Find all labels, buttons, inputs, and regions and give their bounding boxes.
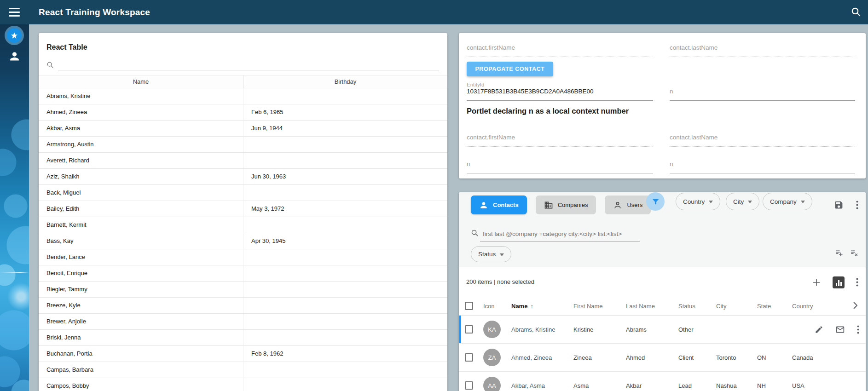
table-row: Biegler, Tammy	[39, 282, 447, 298]
n-input-right[interactable]: n	[670, 160, 855, 173]
table-row: Buchanan, Portia Feb 8, 1962	[39, 346, 447, 362]
table-row: Barnett, Kermit	[39, 217, 447, 233]
avatar: ZA	[483, 349, 501, 366]
select-all-checkbox[interactable]	[465, 302, 473, 310]
chevron-down-icon	[500, 253, 504, 256]
contact-name-link[interactable]: Abrams, Kristine	[511, 326, 555, 333]
filter-status-dropdown[interactable]: Status	[471, 246, 511, 262]
contact-row[interactable]: ZA Ahmed, Zineea Zineea Ahmed Client Tor…	[459, 344, 866, 372]
filter-city-dropdown[interactable]: City	[726, 193, 759, 210]
contact-search-input[interactable]: first last @company +category city:<city…	[483, 230, 622, 237]
contact-first-name-field: contact.firstName	[467, 43, 653, 57]
sidebar-flare-decoration	[0, 272, 29, 273]
column-country[interactable]: Country	[792, 303, 843, 310]
contact-row[interactable]: AA Akbar, Asma Asma Akbar Lead Nashua NH…	[459, 372, 866, 391]
contact-name-link[interactable]: Ahmed, Zineea	[511, 354, 552, 361]
items-menu-icon[interactable]	[856, 278, 858, 287]
table-header-row: Name Birthday	[39, 75, 447, 88]
birthday-cell	[243, 137, 447, 152]
status-cell: Client	[678, 354, 716, 361]
row-menu-icon[interactable]	[857, 325, 859, 334]
items-count-text: 200 items | none selected	[466, 278, 534, 285]
favorites-star-icon[interactable]	[6, 28, 22, 43]
chart-view-icon[interactable]	[833, 276, 845, 288]
entity-id-input[interactable]: 10317F8B531B3B45E3B9CD2A0A486BBE00	[467, 87, 653, 101]
country-cell: Canada	[792, 354, 843, 361]
contacts-table-body: KA Abrams, Kristine Kristine Abrams Othe…	[459, 316, 866, 391]
birthday-cell: Jun 9, 1944	[243, 121, 447, 136]
name-cell: Bailey, Edith	[39, 201, 243, 217]
name-cell: Brewer, Anjolie	[39, 314, 243, 329]
table-row: Aziz, Shaikh Jun 30, 1963	[39, 169, 447, 185]
person-icon	[479, 201, 488, 210]
scroll-right-chevron-icon[interactable]	[853, 302, 857, 310]
name-cell: Averett, Richard	[39, 153, 243, 168]
contact-row[interactable]: KA Abrams, Kristine Kristine Abrams Othe…	[459, 316, 866, 344]
chevron-down-icon	[709, 201, 713, 203]
tab-companies[interactable]: Companies	[536, 196, 596, 214]
n-input-top[interactable]: n	[670, 87, 855, 101]
tab-users[interactable]: Users	[605, 196, 651, 214]
name-cell: Buchanan, Portia	[39, 346, 243, 362]
column-name-sorted[interactable]: Name ↑	[511, 303, 573, 310]
contact-name-link[interactable]: Akbar, Asma	[511, 382, 545, 389]
column-first-name[interactable]: First Name	[573, 303, 626, 310]
save-icon[interactable]	[834, 200, 844, 210]
playlist-add-icon[interactable]	[835, 248, 843, 257]
column-status[interactable]: Status	[678, 303, 716, 310]
name-cell: Biegler, Tammy	[39, 282, 243, 297]
state-cell: NH	[757, 382, 792, 389]
contact-last-name-field: contact.lastName	[670, 43, 855, 57]
birthday-cell	[243, 298, 447, 313]
table-row: Campas, Barbara	[39, 362, 447, 378]
birthday-cell: Apr 30, 1945	[243, 233, 447, 249]
table-body: Abrams, Kristine Ahmed, Zineea Feb 6, 19…	[39, 88, 447, 391]
last-name-cell: Abrams	[626, 326, 678, 333]
table-row: Armstrong, Austin	[39, 137, 447, 153]
birthday-cell	[243, 362, 447, 378]
n-input-left[interactable]: n	[467, 160, 653, 173]
row-checkbox[interactable]	[465, 325, 473, 334]
propagate-contact-button[interactable]: PROPAGATE CONTACT	[467, 62, 553, 76]
edit-pencil-icon[interactable]	[815, 325, 823, 334]
table-search-input[interactable]	[46, 59, 439, 70]
contact-portlet: contact.firstName contact.lastName PROPA…	[459, 33, 866, 178]
search-icon	[46, 61, 54, 70]
status-cell: Lead	[678, 382, 716, 389]
birthday-cell: May 3, 1972	[243, 201, 447, 217]
search-icon	[471, 229, 479, 239]
name-cell: Ahmed, Zineea	[39, 104, 243, 120]
avatar: KA	[483, 321, 501, 338]
account-icon[interactable]	[6, 48, 22, 64]
name-cell: Armstrong, Austin	[39, 137, 243, 152]
filter-country-dropdown[interactable]: Country	[676, 193, 720, 210]
state-cell: ON	[757, 354, 792, 361]
email-envelope-icon[interactable]	[835, 325, 845, 334]
search-underline	[480, 241, 640, 242]
column-state[interactable]: State	[757, 303, 792, 310]
table-row: Bailey, Edith May 3, 1972	[39, 201, 447, 217]
funnel-icon	[651, 197, 660, 206]
header-search-icon[interactable]	[851, 6, 862, 19]
name-cell: Briski, Jenna	[39, 330, 243, 345]
column-last-name[interactable]: Last Name	[626, 303, 678, 310]
menu-icon[interactable]	[9, 8, 20, 17]
name-cell: Benoit, Enrique	[39, 265, 243, 281]
column-city[interactable]: City	[716, 303, 757, 310]
toolbar-menu-icon[interactable]	[856, 201, 858, 209]
row-checkbox[interactable]	[465, 353, 473, 362]
filter-company-dropdown[interactable]: Company	[763, 193, 812, 210]
birthday-cell	[243, 330, 447, 345]
add-contact-icon[interactable]	[812, 278, 821, 287]
app-title: React Training Workspace	[39, 7, 150, 17]
filter-funnel-button[interactable]	[646, 192, 665, 211]
table-row: Back, Miguel	[39, 185, 447, 201]
playlist-remove-icon[interactable]	[850, 248, 858, 257]
row-checkbox[interactable]	[465, 381, 473, 390]
column-header-name[interactable]: Name	[39, 75, 243, 88]
name-cell: Breeze, Kyle	[39, 298, 243, 313]
tab-contacts[interactable]: Contacts	[471, 196, 527, 214]
local-first-name-field: contact.firstName	[467, 133, 653, 147]
column-header-birthday[interactable]: Birthday	[243, 75, 447, 88]
table-row: Breeze, Kyle	[39, 298, 447, 314]
